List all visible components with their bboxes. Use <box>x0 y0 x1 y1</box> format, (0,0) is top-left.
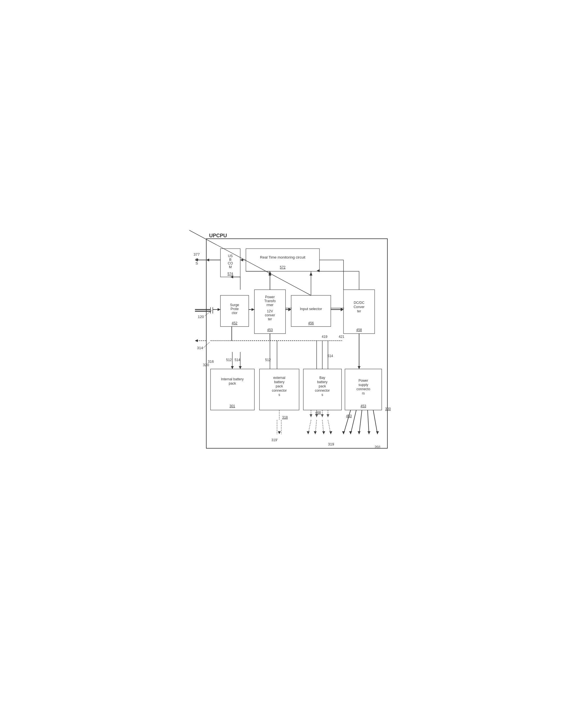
svg-text:514: 514 <box>235 358 240 362</box>
svg-text:ctor: ctor <box>232 311 237 315</box>
svg-text:rs: rs <box>362 392 365 395</box>
svg-line-142 <box>359 410 362 434</box>
svg-text:201: 201 <box>375 445 381 449</box>
svg-marker-147 <box>358 431 360 434</box>
svg-text:377: 377 <box>193 252 200 257</box>
svg-line-140 <box>343 410 351 434</box>
svg-marker-66 <box>310 272 312 276</box>
svg-text:connector: connector <box>272 388 287 393</box>
svg-marker-126 <box>315 414 318 417</box>
svg-marker-138 <box>322 431 325 434</box>
svg-text:DC/DC: DC/DC <box>354 301 364 305</box>
svg-line-143 <box>368 410 369 434</box>
svg-text:external: external <box>273 376 286 380</box>
svg-text:468: 468 <box>315 410 321 415</box>
svg-text:pack: pack <box>319 384 326 388</box>
svg-marker-139 <box>329 431 332 434</box>
svg-text:Transfo: Transfo <box>264 299 276 303</box>
svg-text:connecto: connecto <box>357 387 371 391</box>
svg-marker-136 <box>307 431 310 434</box>
diagram-svg: UPCPU US B CO M 574 Real Time monitoring… <box>189 230 404 491</box>
svg-line-144 <box>373 410 377 434</box>
svg-marker-92 <box>195 339 198 342</box>
diagram-container: UPCPU US B CO M 574 Real Time monitoring… <box>189 230 404 491</box>
svg-text:319: 319 <box>328 442 334 446</box>
svg-text:conver: conver <box>265 313 275 317</box>
svg-text:572: 572 <box>280 265 286 269</box>
svg-text:battery: battery <box>317 380 328 384</box>
upcpu-label: UPCPU <box>209 233 227 238</box>
svg-text:300: 300 <box>385 407 391 411</box>
svg-line-141 <box>351 410 356 434</box>
svg-marker-146 <box>349 431 352 434</box>
svg-text:512: 512 <box>226 358 232 362</box>
svg-line-63 <box>189 230 311 295</box>
svg-text:connector: connector <box>315 388 330 393</box>
svg-text:Bay: Bay <box>319 376 326 380</box>
svg-text:ter: ter <box>357 309 361 313</box>
svg-rect-0 <box>206 239 387 448</box>
svg-text:B: B <box>229 258 231 262</box>
svg-text:Power: Power <box>265 295 275 299</box>
svg-text:453: 453 <box>346 414 352 418</box>
svg-text:s: s <box>321 393 323 397</box>
svg-text:421: 421 <box>339 335 344 339</box>
svg-marker-145 <box>342 431 345 434</box>
svg-text:pack: pack <box>276 384 283 388</box>
svg-text:pack: pack <box>229 381 236 385</box>
svg-text:S: S <box>195 261 198 265</box>
svg-text:318: 318 <box>282 416 288 419</box>
svg-marker-137 <box>314 431 317 434</box>
svg-marker-128 <box>321 414 324 417</box>
page: UPCPU US B CO M 574 Real Time monitoring… <box>184 224 404 497</box>
svg-marker-55 <box>206 259 209 261</box>
svg-marker-148 <box>368 431 371 434</box>
svg-marker-104 <box>231 366 234 369</box>
svg-text:Surge: Surge <box>230 303 239 307</box>
svg-text:456: 456 <box>308 321 314 325</box>
svg-text:452: 452 <box>232 321 237 325</box>
svg-text:supply: supply <box>358 383 369 387</box>
svg-text:Prote: Prote <box>231 307 239 311</box>
svg-text:US: US <box>228 254 233 258</box>
svg-text:453: 453 <box>360 404 366 408</box>
svg-marker-80 <box>217 308 220 311</box>
svg-text:320: 320 <box>203 363 209 367</box>
svg-text:120: 120 <box>198 315 204 319</box>
svg-marker-89 <box>341 308 343 311</box>
svg-marker-130 <box>327 414 329 417</box>
svg-text:Conver: Conver <box>354 305 365 309</box>
svg-text:Internal battery: Internal battery <box>221 377 244 381</box>
svg-text:ter: ter <box>268 317 272 321</box>
svg-text:M: M <box>229 265 232 269</box>
svg-text:s: s <box>278 393 280 397</box>
svg-text:battery: battery <box>274 380 285 384</box>
svg-marker-124 <box>310 414 312 417</box>
svg-marker-69 <box>317 269 319 272</box>
svg-text:319': 319' <box>271 438 278 442</box>
svg-marker-155 <box>230 276 233 278</box>
svg-text:Power: Power <box>358 379 368 383</box>
svg-text:512: 512 <box>265 358 271 362</box>
svg-text:514: 514 <box>328 354 333 358</box>
svg-text:419: 419 <box>322 335 328 339</box>
svg-text:rmer: rmer <box>267 303 274 307</box>
svg-marker-84 <box>252 308 254 311</box>
svg-text:Input selector: Input selector <box>300 307 322 311</box>
svg-marker-106 <box>239 366 241 369</box>
svg-text:458: 458 <box>356 328 362 332</box>
svg-marker-86 <box>288 308 291 311</box>
svg-marker-149 <box>376 431 379 434</box>
svg-text:574: 574 <box>228 272 233 276</box>
svg-text:453: 453 <box>267 328 273 332</box>
svg-text:301: 301 <box>230 404 235 408</box>
svg-marker-120 <box>278 431 281 434</box>
svg-text:CO: CO <box>228 261 233 265</box>
svg-text:Real Time monitoring circuit: Real Time monitoring circuit <box>260 255 306 259</box>
svg-text:314: 314 <box>197 346 203 350</box>
svg-marker-116 <box>358 366 360 369</box>
svg-text:12V: 12V <box>267 309 273 313</box>
